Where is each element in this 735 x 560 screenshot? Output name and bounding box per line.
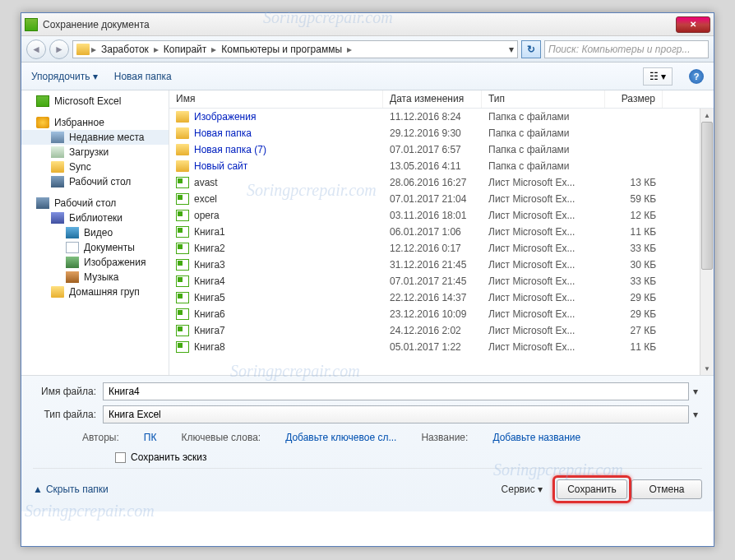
scroll-up-icon[interactable]: ▲ (700, 109, 714, 122)
sidebar-item-downloads[interactable]: Загрузки (21, 145, 169, 160)
organize-button[interactable]: Упорядочить ▾ (31, 71, 98, 82)
file-row[interactable]: avast28.06.2016 16:27Лист Microsoft Ex..… (169, 174, 714, 191)
view-button[interactable]: ☷ ▾ (643, 67, 673, 86)
help-button[interactable]: ? (689, 69, 704, 84)
file-row[interactable]: Изображения11.12.2016 8:24Папка с файлам… (169, 109, 714, 125)
filetype-dropdown[interactable]: ▾ (689, 409, 702, 420)
breadcrumb-dropdown[interactable]: ▾ (509, 44, 514, 55)
file-row[interactable]: Книга106.01.2017 1:06Лист Microsoft Ex..… (169, 224, 714, 240)
filename-label: Имя файла: (33, 386, 103, 397)
sidebar-item-recent[interactable]: Недавние места (21, 130, 169, 145)
authors-label: Авторы: (82, 432, 119, 443)
thumbnail-checkbox[interactable] (115, 452, 126, 463)
file-row[interactable]: Книга331.12.2016 21:45Лист Microsoft Ex.… (169, 257, 714, 273)
file-name: Книга8 (194, 341, 225, 353)
chevron-right-icon: ▸ (154, 44, 159, 55)
column-headers: Имя Дата изменения Тип Размер (169, 90, 714, 109)
sidebar-item-excel[interactable]: Microsoft Excel (21, 94, 169, 109)
file-type: Лист Microsoft Ex... (482, 226, 605, 238)
sidebar: Microsoft Excel Избранное Недавние места… (21, 90, 169, 375)
sidebar-item-documents[interactable]: Документы (21, 240, 169, 255)
filename-dropdown[interactable]: ▾ (689, 386, 702, 397)
scroll-thumb[interactable] (701, 122, 713, 270)
save-dialog: Сохранение документа ✕ ◄ ► ▸ Заработок ▸… (21, 12, 714, 547)
file-type: Лист Microsoft Ex... (482, 341, 605, 353)
excel-file-icon (176, 177, 189, 188)
file-name: Книга1 (194, 226, 225, 238)
refresh-button[interactable]: ↻ (521, 40, 541, 58)
file-size: 11 КБ (605, 341, 663, 353)
file-row[interactable]: Новая папка29.12.2016 9:30Папка с файлам… (169, 125, 714, 141)
scrollbar[interactable]: ▲ ▼ (700, 109, 714, 375)
file-name: avast (194, 177, 218, 188)
excel-file-icon (176, 259, 189, 271)
column-name[interactable]: Имя (169, 90, 383, 108)
file-row[interactable]: Новый сайт13.05.2016 4:11Папка с файлами (169, 158, 714, 174)
folder-icon (176, 127, 189, 139)
save-button[interactable]: Сохранить (557, 479, 627, 499)
thumbnail-label: Сохранить эскиз (131, 451, 207, 463)
service-button[interactable]: Сервис ▾ (502, 484, 543, 495)
file-name: Книга5 (194, 292, 225, 303)
file-type: Лист Microsoft Ex... (482, 308, 605, 320)
tags-value[interactable]: Добавьте ключевое сл... (285, 432, 396, 443)
forward-button[interactable]: ► (49, 39, 69, 59)
close-button[interactable]: ✕ (676, 16, 710, 33)
file-date: 06.01.2017 1:06 (383, 226, 482, 238)
file-row[interactable]: Книга522.12.2016 14:37Лист Microsoft Ex.… (169, 289, 714, 306)
file-row[interactable]: opera03.11.2016 18:01Лист Microsoft Ex..… (169, 207, 714, 224)
library-icon (51, 212, 64, 224)
column-size[interactable]: Размер (605, 90, 663, 108)
file-date: 23.12.2016 10:09 (383, 308, 482, 320)
sidebar-item-desktop[interactable]: Рабочий стол (21, 174, 169, 189)
downloads-icon (51, 146, 64, 158)
file-row[interactable]: Книга407.01.2017 21:45Лист Microsoft Ex.… (169, 273, 714, 289)
file-row[interactable]: Книга805.01.2017 1:22Лист Microsoft Ex..… (169, 339, 714, 355)
file-type: Лист Microsoft Ex... (482, 243, 605, 254)
file-date: 12.12.2016 0:17 (383, 243, 482, 254)
file-list: Имя Дата изменения Тип Размер Изображени… (169, 90, 714, 375)
excel-file-icon (176, 226, 189, 238)
breadcrumb-segment[interactable]: Заработок (98, 44, 152, 55)
file-row[interactable]: excel07.01.2017 21:04Лист Microsoft Ex..… (169, 191, 714, 207)
sidebar-item-desktop2[interactable]: Рабочий стол (21, 196, 169, 211)
breadcrumb-segment[interactable]: Копирайт (160, 44, 210, 55)
sidebar-item-sync[interactable]: Sync (21, 160, 169, 174)
column-type[interactable]: Тип (482, 90, 605, 108)
search-input[interactable]: Поиск: Компьютеры и прогр... (544, 40, 709, 58)
sidebar-item-images[interactable]: Изображения (21, 255, 169, 270)
file-size: 59 КБ (605, 193, 663, 205)
filename-input[interactable]: Книга4 (103, 382, 689, 400)
sidebar-item-libraries[interactable]: Библиотеки (21, 211, 169, 225)
authors-value[interactable]: ПК (144, 432, 157, 443)
sidebar-item-video[interactable]: Видео (21, 225, 169, 240)
filetype-combo[interactable]: Книга Excel (103, 405, 689, 423)
file-date: 31.12.2016 21:45 (383, 259, 482, 271)
file-row[interactable]: Книга212.12.2016 0:17Лист Microsoft Ex..… (169, 240, 714, 257)
file-row[interactable]: Книга724.12.2016 2:02Лист Microsoft Ex..… (169, 322, 714, 339)
hide-folders-button[interactable]: ▲ Скрыть папки (33, 484, 109, 495)
homegroup-icon (51, 286, 64, 298)
save-highlight: Сохранить (552, 475, 631, 503)
file-row[interactable]: Новая папка (7)07.01.2017 6:57Папка с фа… (169, 141, 714, 158)
scroll-down-icon[interactable]: ▼ (700, 362, 714, 375)
column-date[interactable]: Дата изменения (383, 90, 482, 108)
file-type: Папка с файлами (482, 127, 605, 139)
file-row[interactable]: Книга623.12.2016 10:09Лист Microsoft Ex.… (169, 306, 714, 322)
breadcrumb[interactable]: ▸ Заработок ▸ Копирайт ▸ Компьютеры и пр… (72, 40, 518, 58)
title-value[interactable]: Добавьте название (492, 432, 580, 443)
cancel-button[interactable]: Отмена (631, 479, 702, 499)
navbar: ◄ ► ▸ Заработок ▸ Копирайт ▸ Компьютеры … (21, 36, 714, 62)
file-type: Папка с файлами (482, 160, 605, 172)
file-size: 29 КБ (605, 292, 663, 303)
breadcrumb-segment[interactable]: Компьютеры и программы (218, 44, 345, 55)
sidebar-item-music[interactable]: Музыка (21, 270, 169, 285)
new-folder-button[interactable]: Новая папка (114, 71, 172, 82)
sidebar-item-favorites[interactable]: Избранное (21, 115, 169, 130)
excel-file-icon (176, 308, 189, 320)
sidebar-item-homegroup[interactable]: Домашняя груп (21, 285, 169, 299)
file-date: 22.12.2016 14:37 (383, 292, 482, 303)
recent-icon (51, 132, 64, 143)
titlebar[interactable]: Сохранение документа ✕ (21, 13, 714, 36)
back-button[interactable]: ◄ (26, 39, 46, 59)
